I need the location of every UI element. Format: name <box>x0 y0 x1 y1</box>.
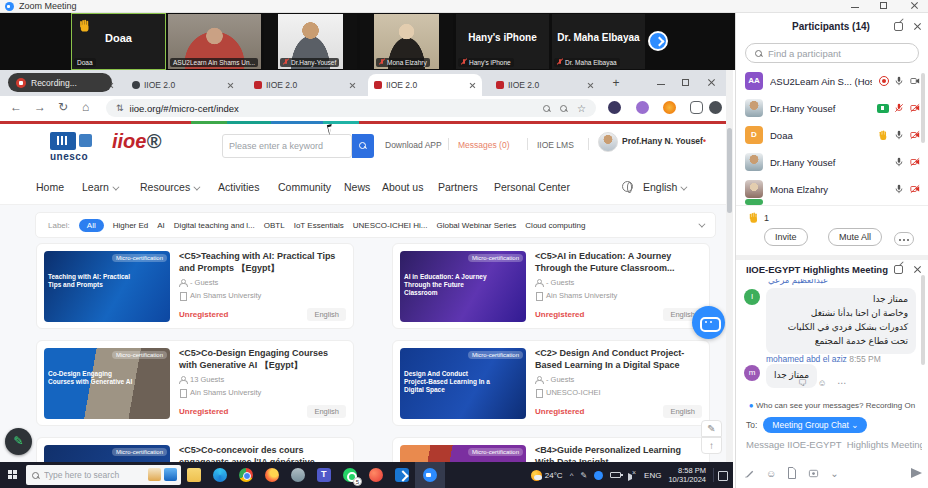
course-title[interactable]: <C5>Co-Design Engaging Courses with Gene… <box>179 348 346 371</box>
start-button[interactable] <box>0 462 26 488</box>
filter-all[interactable]: All <box>79 219 104 232</box>
profile-avatar[interactable] <box>709 101 722 114</box>
page-scrollbar[interactable] <box>726 70 733 462</box>
home-icon[interactable]: ⌂ <box>82 100 89 114</box>
app-icon[interactable] <box>285 462 311 488</box>
nav-activities[interactable]: Activities <box>218 181 259 193</box>
bookmark-star-icon[interactable]: ☆ <box>577 103 586 114</box>
popout-icon[interactable] <box>894 22 903 31</box>
browser-tab[interactable]: IIOE 2.0 <box>490 74 600 96</box>
taskbar-search-box[interactable] <box>26 465 181 485</box>
mic-icon[interactable] <box>894 76 904 86</box>
emoji-icon[interactable]: ☺ <box>766 468 776 479</box>
screen-capture-icon[interactable] <box>808 468 819 479</box>
camera-off-icon[interactable] <box>909 130 921 140</box>
course-title[interactable]: <C5>AI in Education: A Journey Through t… <box>535 251 702 274</box>
invite-button[interactable]: Invite <box>764 228 808 246</box>
firefox-icon[interactable] <box>259 462 285 488</box>
participant-row[interactable]: Mona Elzahry <box>745 177 921 201</box>
zoom-taskbar-icon[interactable] <box>415 462 445 488</box>
mute-all-button[interactable]: Mute All <box>828 228 882 246</box>
opera-icon[interactable] <box>363 462 389 488</box>
iioe-logo[interactable]: iioe® <box>112 130 161 153</box>
filter-ai[interactable]: AI <box>157 221 165 230</box>
keyboard-language[interactable]: ENG <box>644 471 661 480</box>
filter-unesco-ichei[interactable]: UNESCO-ICHEI Hi... <box>353 221 428 230</box>
chatbot-floating-button[interactable] <box>692 306 725 339</box>
close-tab-icon[interactable] <box>469 82 476 89</box>
browser-tab-active[interactable]: IIOE 2.0 <box>368 74 482 96</box>
chrome-icon[interactable] <box>233 462 259 488</box>
course-title[interactable]: <C5>Co-concevoir des cours engageants av… <box>179 445 346 462</box>
participant-row[interactable]: Dr.Hany Yousef <box>745 150 921 174</box>
browser-close-button[interactable] <box>705 77 719 89</box>
language-globe-icon[interactable] <box>622 181 633 192</box>
video-tile-doaa[interactable]: Doaa Doaa <box>72 14 165 69</box>
send-message-icon[interactable] <box>911 468 922 478</box>
participant-search-box[interactable] <box>745 43 919 63</box>
extension-icon[interactable] <box>663 101 676 114</box>
site-search-box[interactable] <box>222 134 352 158</box>
more-compose-icon[interactable]: ⌄ <box>830 468 838 479</box>
video-tile-dr-maha[interactable]: Dr. Maha Elbayaa Dr. Maha Elbayaa <box>552 14 645 69</box>
mic-muted-icon[interactable] <box>894 103 904 113</box>
close-participants-icon[interactable] <box>913 22 922 31</box>
extension-icon[interactable] <box>636 101 649 114</box>
filter-obtl[interactable]: OBTL <box>264 221 285 230</box>
photos-icon[interactable] <box>389 462 415 488</box>
site-search-button[interactable] <box>352 134 374 158</box>
action-center-icon[interactable] <box>713 468 727 482</box>
edge-icon[interactable] <box>207 462 233 488</box>
file-explorer-icon[interactable] <box>181 462 207 488</box>
message-actions[interactable]: 🗨 ☺ ⋯ <box>798 378 850 388</box>
url-field[interactable]: ⇅ iioe.org/#/micro-cert/index ☆ <box>106 99 596 117</box>
camera-off-icon[interactable] <box>909 103 921 113</box>
browser-tab[interactable]: IIOE 2.0 <box>126 74 240 96</box>
close-chat-icon[interactable] <box>913 265 922 274</box>
forward-icon[interactable]: → <box>34 100 46 114</box>
camera-off-icon[interactable] <box>909 157 921 167</box>
participant-search-input[interactable] <box>768 48 898 59</box>
next-participants-button[interactable] <box>648 31 668 51</box>
video-tile-dr-hany[interactable]: Dr.Hany-Yousef <box>264 14 357 69</box>
mic-icon[interactable] <box>894 184 904 194</box>
filter-iot[interactable]: IoT Essentials <box>294 221 344 230</box>
chevron-down-icon[interactable] <box>698 220 705 227</box>
chat-recipient-selector[interactable]: Meeting Group Chat ⌄ <box>763 417 867 433</box>
course-card[interactable]: Micro-certification <B4>Guide Personaliz… <box>392 437 710 462</box>
extension-icon[interactable] <box>608 101 621 114</box>
chat-popout-icon[interactable] <box>894 265 903 274</box>
nav-personal-center[interactable]: Personal Center <box>494 181 570 193</box>
volume-muted-icon[interactable] <box>628 471 637 479</box>
unesco-logo[interactable]: unesco <box>50 132 106 164</box>
back-to-top-button[interactable]: ↑ <box>701 437 722 454</box>
zoom-recording-indicator[interactable]: Recording... <box>8 73 112 92</box>
messages-link[interactable]: Messages (0) <box>458 140 510 150</box>
format-icon[interactable] <box>744 468 755 479</box>
iioe-lms-link[interactable]: IIOE LMS <box>537 140 574 150</box>
user-avatar[interactable] <box>598 132 618 152</box>
course-card[interactable]: Micro-certification <C5>Co-concevoir des… <box>36 437 354 462</box>
pen-tray-icon[interactable]: ✎ <box>580 471 587 480</box>
taskbar-search-input[interactable] <box>44 470 139 480</box>
course-title[interactable]: <C2> Design And Conduct Project-Based Le… <box>535 348 702 371</box>
new-tab-button[interactable]: + <box>610 78 622 90</box>
minimize-button[interactable] <box>849 0 863 12</box>
language-selector[interactable]: English <box>643 181 685 193</box>
chat-message-input[interactable] <box>746 439 922 450</box>
close-tab-icon[interactable] <box>349 82 356 89</box>
participants-scrollbar[interactable] <box>921 73 925 143</box>
mic-icon[interactable] <box>894 130 904 140</box>
teams-icon[interactable] <box>311 462 337 488</box>
filter-global-webinar[interactable]: Global Webinar Series <box>436 221 516 230</box>
reload-icon[interactable]: ↻ <box>58 100 68 114</box>
filter-digital-teaching[interactable]: Digital teaching and l... <box>174 221 255 230</box>
filter-higher-ed[interactable]: Higher Ed <box>113 221 149 230</box>
mic-icon[interactable] <box>894 157 904 167</box>
participant-row[interactable]: AA ASU2Learn Ain S... (Host, me) <box>745 69 921 93</box>
weather-widget[interactable]: 24°C <box>531 470 563 481</box>
browser-maximize-button[interactable] <box>680 77 694 89</box>
close-tab-icon[interactable] <box>227 82 234 89</box>
extensions-puzzle-icon[interactable] <box>690 101 703 114</box>
whatsapp-icon[interactable]: 5 <box>337 462 363 488</box>
